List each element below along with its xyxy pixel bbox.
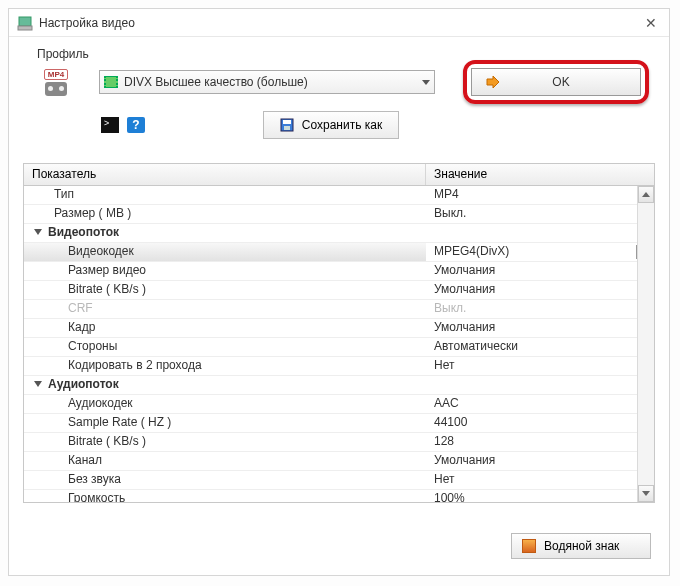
profile-select[interactable]: DIVX Высшее качество (больше) bbox=[99, 70, 435, 94]
property-key: Bitrate ( KB/s ) bbox=[24, 281, 426, 299]
svg-rect-3 bbox=[283, 120, 291, 124]
property-row[interactable]: Размер видеоУмолчания bbox=[24, 262, 654, 281]
property-value[interactable]: Умолчания bbox=[426, 452, 654, 470]
property-key: Размер видео bbox=[24, 262, 426, 280]
property-key: Стороны bbox=[24, 338, 426, 356]
svg-rect-1 bbox=[18, 26, 32, 30]
help-icon[interactable]: ? bbox=[127, 117, 145, 133]
floppy-icon bbox=[280, 118, 294, 132]
property-value[interactable]: Умолчания bbox=[426, 319, 654, 337]
property-value bbox=[426, 224, 654, 242]
property-row[interactable]: Bitrate ( KB/s )Умолчания bbox=[24, 281, 654, 300]
property-row[interactable]: Bitrate ( KB/s )128 bbox=[24, 433, 654, 452]
app-icon bbox=[17, 15, 33, 31]
property-key: Кадр bbox=[24, 319, 426, 337]
property-row[interactable]: Без звукаНет bbox=[24, 471, 654, 490]
property-key: Громкость bbox=[24, 490, 426, 502]
ok-button[interactable]: OK bbox=[471, 68, 641, 96]
property-value[interactable]: Автоматически bbox=[426, 338, 654, 356]
property-value[interactable]: Выкл. bbox=[426, 205, 654, 223]
mp4-badge-text: MP4 bbox=[44, 69, 68, 80]
property-key: Sample Rate ( HZ ) bbox=[24, 414, 426, 432]
property-value[interactable]: Нет bbox=[426, 357, 654, 375]
ok-button-label: OK bbox=[510, 75, 612, 89]
property-key: CRF bbox=[24, 300, 426, 318]
property-row[interactable]: Sample Rate ( HZ )44100 bbox=[24, 414, 654, 433]
property-row[interactable]: КадрУмолчания bbox=[24, 319, 654, 338]
film-icon bbox=[104, 76, 118, 88]
chevron-up-icon bbox=[642, 192, 650, 197]
property-value bbox=[426, 376, 654, 394]
collapse-icon[interactable] bbox=[34, 229, 42, 235]
watermark-icon bbox=[522, 539, 536, 553]
svg-rect-4 bbox=[284, 126, 290, 130]
profile-select-value: DIVX Высшее качество (больше) bbox=[124, 75, 416, 89]
property-row[interactable]: Кодировать в 2 проходаНет bbox=[24, 357, 654, 376]
properties-grid: Показатель Значение ТипMP4Размер ( MB )В… bbox=[23, 163, 655, 503]
watermark-label: Водяной знак bbox=[544, 539, 619, 553]
property-key: Тип bbox=[24, 186, 426, 204]
collapse-icon[interactable] bbox=[34, 381, 42, 387]
titlebar: Настройка видео ✕ bbox=[9, 9, 669, 37]
property-key: Аудиопоток bbox=[24, 376, 426, 391]
svg-rect-0 bbox=[19, 17, 31, 26]
header-value[interactable]: Значение bbox=[426, 164, 654, 185]
property-row[interactable]: CRFВыкл. bbox=[24, 300, 654, 319]
property-value[interactable]: Нет bbox=[426, 471, 654, 489]
window-title: Настройка видео bbox=[39, 16, 641, 30]
property-value[interactable]: 128 bbox=[426, 433, 654, 451]
property-key: Кодировать в 2 прохода bbox=[24, 357, 426, 375]
vertical-scrollbar[interactable] bbox=[637, 186, 654, 502]
scroll-down-button[interactable] bbox=[638, 485, 654, 502]
property-value[interactable]: Умолчания bbox=[426, 262, 654, 280]
close-icon[interactable]: ✕ bbox=[641, 15, 661, 31]
property-row[interactable]: АудиокодекAAC bbox=[24, 395, 654, 414]
property-value[interactable]: Умолчания bbox=[426, 281, 654, 299]
property-value[interactable]: 100% bbox=[426, 490, 654, 502]
property-value[interactable]: Выкл. bbox=[426, 300, 654, 318]
property-row[interactable]: ТипMP4 bbox=[24, 186, 654, 205]
property-key: Аудиокодек bbox=[24, 395, 426, 413]
property-row[interactable]: Размер ( MB )Выкл. bbox=[24, 205, 654, 224]
save-as-button[interactable]: Сохранить как bbox=[263, 111, 399, 139]
property-value[interactable]: MP4 bbox=[426, 186, 654, 204]
group-row[interactable]: Видеопоток bbox=[24, 224, 654, 243]
mp4-format-icon[interactable]: MP4 bbox=[37, 65, 75, 99]
watermark-button[interactable]: Водяной знак bbox=[511, 533, 651, 559]
property-row[interactable]: КаналУмолчания bbox=[24, 452, 654, 471]
chevron-down-icon bbox=[422, 80, 430, 85]
profile-label: Профиль bbox=[37, 47, 669, 61]
property-value[interactable]: AAC bbox=[426, 395, 654, 413]
property-key: Видеопоток bbox=[24, 224, 426, 239]
grid-header: Показатель Значение bbox=[24, 164, 654, 186]
property-key: Видеокодек bbox=[24, 243, 426, 261]
property-row[interactable]: СтороныАвтоматически bbox=[24, 338, 654, 357]
property-value[interactable]: 44100 bbox=[426, 414, 654, 432]
console-icon[interactable] bbox=[101, 117, 119, 133]
chevron-down-icon bbox=[642, 491, 650, 496]
property-key: Без звука bbox=[24, 471, 426, 489]
property-row[interactable]: ВидеокодекMPEG4(DivX) bbox=[24, 243, 654, 262]
property-key: Bitrate ( KB/s ) bbox=[24, 433, 426, 451]
arrow-right-icon bbox=[486, 75, 500, 89]
group-row[interactable]: Аудиопоток bbox=[24, 376, 654, 395]
property-key: Размер ( MB ) bbox=[24, 205, 426, 223]
header-key[interactable]: Показатель bbox=[24, 164, 426, 185]
property-row[interactable]: Громкость100% bbox=[24, 490, 654, 502]
scroll-track[interactable] bbox=[638, 203, 654, 485]
scroll-up-button[interactable] bbox=[638, 186, 654, 203]
property-key: Канал bbox=[24, 452, 426, 470]
property-value[interactable]: MPEG4(DivX) bbox=[426, 243, 654, 261]
save-as-label: Сохранить как bbox=[302, 118, 382, 132]
